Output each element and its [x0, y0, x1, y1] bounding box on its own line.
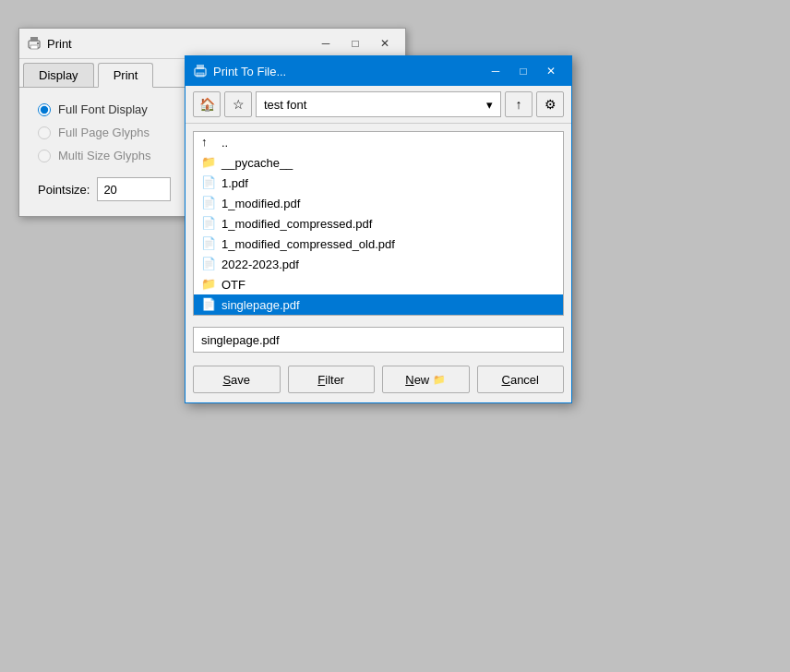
dialog-window-controls: ─ □ ✕ — [483, 62, 564, 80]
pointsize-label: Pointsize: — [38, 183, 90, 197]
pycache-name: __pycache__ — [221, 156, 293, 170]
home-button[interactable]: 🏠 — [193, 91, 221, 117]
bookmark-icon: ☆ — [233, 97, 245, 112]
pdf-icon-2022: 📄 — [201, 257, 216, 271]
filter-label: Filter — [317, 373, 344, 387]
new-folder-icon: 📁 — [433, 374, 446, 386]
home-icon: 🏠 — [199, 97, 215, 112]
folder-icon-otf: 📁 — [201, 277, 216, 292]
file-item-1modcompold[interactable]: 📄 1_modified_compressed_old.pdf — [194, 234, 563, 254]
dialog-titlebar: Print To File... ─ □ ✕ — [186, 56, 571, 86]
main-window-controls: ─ □ ✕ — [313, 34, 398, 53]
dialog-title-text: Print To File... — [213, 65, 286, 78]
dialog-maximize-btn[interactable]: □ — [510, 62, 536, 80]
radio-full-font-input[interactable] — [38, 103, 51, 116]
file-1modcompold-name: 1_modified_compressed_old.pdf — [221, 237, 395, 251]
up-arrow-icon: ↑ — [516, 97, 522, 112]
path-text: test font — [264, 98, 306, 112]
filename-input[interactable] — [193, 327, 564, 353]
pdf-icon-singlepage: 📄 — [201, 297, 216, 312]
main-close-btn[interactable]: ✕ — [372, 34, 398, 53]
up-button[interactable]: ↑ — [505, 91, 533, 117]
filename-row — [186, 323, 571, 360]
tab-display[interactable]: Display — [23, 63, 94, 87]
file-list: ↑ .. 📁 __pycache__ 📄 1.pdf 📄 1_modified.… — [193, 131, 564, 316]
main-minimize-btn[interactable]: ─ — [313, 34, 339, 53]
settings-button[interactable]: ⚙ — [536, 91, 564, 117]
radio-full-page-input[interactable] — [38, 126, 51, 139]
file-1modified-name: 1_modified.pdf — [221, 197, 300, 210]
radio-multi-size-label: Multi Size Glyphs — [58, 149, 150, 162]
file-item-up[interactable]: ↑ .. — [194, 132, 563, 152]
radio-full-page-label: Full Page Glyphs — [58, 126, 150, 139]
file-item-singlepage[interactable]: 📄 singlepage.pdf — [194, 294, 563, 315]
bookmarks-button[interactable]: ☆ — [224, 91, 252, 117]
dropdown-arrow-icon: ▾ — [486, 98, 493, 112]
file-item-pycache[interactable]: 📁 __pycache__ — [194, 152, 563, 173]
up-dir-icon: ↑ — [201, 135, 216, 150]
otf-name: OTF — [221, 278, 245, 292]
dialog-title-area: Print To File... — [193, 64, 286, 78]
file-item-2022[interactable]: 📄 2022-2023.pdf — [194, 254, 563, 274]
path-dropdown[interactable]: test font ▾ — [256, 91, 501, 117]
tab-print[interactable]: Print — [98, 63, 154, 88]
gear-icon: ⚙ — [545, 97, 557, 112]
dialog-minimize-btn[interactable]: ─ — [483, 62, 509, 80]
dialog-toolbar: 🏠 ☆ test font ▾ ↑ ⚙ — [186, 86, 571, 124]
file-2022-name: 2022-2023.pdf — [221, 258, 299, 271]
svg-rect-5 — [197, 65, 204, 69]
filter-button[interactable]: Filter — [288, 366, 376, 393]
print-icon — [27, 36, 42, 51]
file-1pdf-name: 1.pdf — [221, 176, 248, 190]
svg-rect-6 — [197, 73, 204, 77]
dialog-buttons: Save Filter New 📁 Cancel — [186, 360, 571, 402]
main-maximize-btn[interactable]: □ — [342, 34, 368, 53]
file-item-1modified[interactable]: 📄 1_modified.pdf — [194, 193, 563, 213]
main-window-title: Print — [47, 37, 72, 51]
save-label: Save — [222, 373, 250, 387]
svg-rect-1 — [30, 37, 38, 42]
pdf-icon-1modcomp: 📄 — [201, 216, 216, 231]
main-title: Print — [27, 36, 72, 51]
up-dir-name: .. — [221, 136, 228, 150]
radio-multi-size-input[interactable] — [38, 150, 51, 162]
pdf-icon-1modcompold: 📄 — [201, 236, 216, 251]
cancel-label: Cancel — [502, 373, 539, 387]
file-item-otf[interactable]: 📁 OTF — [194, 274, 563, 294]
dialog-close-btn[interactable]: ✕ — [538, 62, 564, 80]
pointsize-input[interactable] — [97, 177, 171, 201]
print-to-file-dialog: Print To File... ─ □ ✕ 🏠 ☆ test font ▾ ↑… — [185, 55, 572, 403]
pdf-icon-1mod: 📄 — [201, 196, 216, 210]
dialog-print-icon — [193, 64, 208, 78]
pdf-icon-1: 📄 — [201, 175, 216, 190]
file-item-1pdf[interactable]: 📄 1.pdf — [194, 173, 563, 193]
singlepage-name: singlepage.pdf — [221, 298, 300, 312]
svg-rect-2 — [30, 45, 38, 49]
new-button[interactable]: New 📁 — [382, 366, 470, 393]
save-button[interactable]: Save — [193, 366, 281, 393]
folder-icon-pycache: 📁 — [201, 155, 216, 170]
cancel-button[interactable]: Cancel — [477, 366, 565, 393]
file-item-1modcomp[interactable]: 📄 1_modified_compressed.pdf — [194, 213, 563, 234]
new-label: New — [405, 373, 429, 387]
radio-full-font-label: Full Font Display — [58, 102, 148, 116]
svg-point-3 — [37, 42, 39, 44]
file-1modcomp-name: 1_modified_compressed.pdf — [221, 217, 372, 231]
